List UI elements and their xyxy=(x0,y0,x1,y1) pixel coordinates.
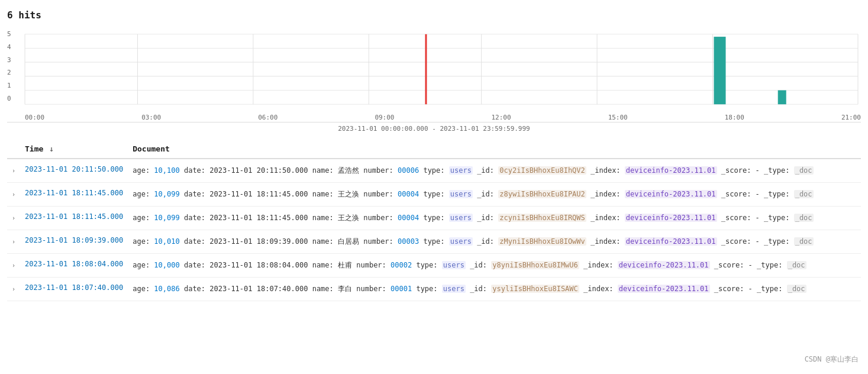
time-cell: 2023-11-01 18:07:40.000 xyxy=(20,278,128,301)
doc-cell: age: 10,099 date: 2023-11-01 18:11:45.00… xyxy=(128,183,861,207)
time-cell: 2023-11-01 18:09:39.000 xyxy=(20,230,128,254)
green-bar-short xyxy=(778,91,786,105)
expand-button[interactable]: › xyxy=(9,236,18,247)
table-row: ›2023-11-01 18:09:39.000age: 10,010 date… xyxy=(7,230,861,254)
time-cell: 2023-11-01 18:11:45.000 xyxy=(20,207,128,230)
doc-cell: age: 10,100 date: 2023-11-01 20:11:50.00… xyxy=(128,159,861,183)
col-time-header[interactable]: Time ↓ xyxy=(20,140,128,159)
watermark: CSDN @寒山李白 xyxy=(805,354,859,365)
x-axis-labels: 00:00 03:00 06:00 09:00 12:00 15:00 18:0… xyxy=(7,112,861,121)
sort-icon: ↓ xyxy=(49,144,54,153)
expand-cell: › xyxy=(7,207,20,230)
table-row: ›2023-11-01 18:11:45.000age: 10,099 date… xyxy=(7,183,861,207)
page-container: 6 hits 0 1 2 3 4 5 xyxy=(0,0,868,374)
doc-cell: age: 10,099 date: 2023-11-01 18:11:45.00… xyxy=(128,207,861,230)
time-cell: 2023-11-01 18:08:04.000 xyxy=(20,254,128,278)
chart-svg xyxy=(7,28,861,111)
green-bar-tall xyxy=(714,37,725,104)
expand-button[interactable]: › xyxy=(9,212,18,224)
doc-cell: age: 10,010 date: 2023-11-01 18:09:39.00… xyxy=(128,230,861,254)
expand-button[interactable]: › xyxy=(9,283,18,295)
expand-cell: › xyxy=(7,230,20,254)
red-bar xyxy=(425,34,427,104)
expand-cell: › xyxy=(7,278,20,301)
table-row: ›2023-11-01 18:11:45.000age: 10,099 date… xyxy=(7,207,861,230)
hits-count: 6 hits xyxy=(7,9,861,21)
time-cell: 2023-11-01 18:11:45.000 xyxy=(20,183,128,207)
expand-cell: › xyxy=(7,254,20,278)
expand-button[interactable]: › xyxy=(9,165,18,176)
doc-cell: age: 10,086 date: 2023-11-01 18:07:40.00… xyxy=(128,278,861,301)
table-row: ›2023-11-01 20:11:50.000age: 10,100 date… xyxy=(7,159,861,183)
col-doc-header: Document xyxy=(128,140,861,159)
expand-button[interactable]: › xyxy=(9,260,18,271)
doc-cell: age: 10,000 date: 2023-11-01 18:08:04.00… xyxy=(128,254,861,278)
histogram-chart: 0 1 2 3 4 5 xyxy=(7,28,861,122)
expand-button[interactable]: › xyxy=(9,189,18,200)
y-axis-labels: 0 1 2 3 4 5 xyxy=(7,28,11,105)
results-table: Time ↓ Document ›2023-11-01 20:11:50.000… xyxy=(7,140,861,301)
expand-cell: › xyxy=(7,183,20,207)
table-row: ›2023-11-01 18:07:40.000age: 10,086 date… xyxy=(7,278,861,301)
chart-date-range: 2023-11-01 00:00:00.000 - 2023-11-01 23:… xyxy=(7,125,861,133)
table-row: ›2023-11-01 18:08:04.000age: 10,000 date… xyxy=(7,254,861,278)
time-cell: 2023-11-01 20:11:50.000 xyxy=(20,159,128,183)
expand-cell: › xyxy=(7,159,20,183)
